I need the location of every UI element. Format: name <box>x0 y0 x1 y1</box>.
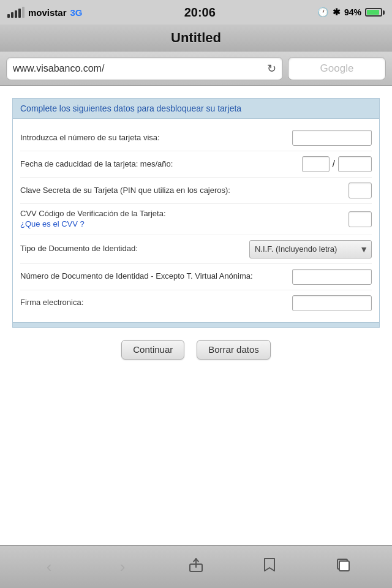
bluetooth-icon: ✱ <box>333 7 341 18</box>
input-card-number[interactable] <box>292 130 372 146</box>
input-doc-number[interactable] <box>292 269 372 285</box>
network-label: 3G <box>70 7 83 18</box>
page-title: Untitled <box>171 30 221 46</box>
label-firma: Firma electronica: <box>20 298 286 308</box>
input-pin[interactable] <box>349 183 372 198</box>
form-row-expiry: Fecha de caducidad de la tarjeta: mes/añ… <box>20 151 372 178</box>
buttons-row: Continuar Borrar datos <box>0 328 392 372</box>
continuar-button[interactable]: Continuar <box>121 340 184 360</box>
tabs-button[interactable] <box>325 552 361 582</box>
borrar-button[interactable]: Borrar datos <box>197 340 271 360</box>
forward-button[interactable]: › <box>104 552 141 582</box>
address-bar: www.visabanco.com/ ↻ Google <box>0 51 392 86</box>
url-field[interactable]: www.visabanco.com/ ↻ <box>6 57 283 80</box>
status-right: 🕐 ✱ 94% <box>317 7 385 18</box>
label-doc-number: Número de Documento de Identidad - Excep… <box>20 271 286 282</box>
share-icon <box>187 556 205 578</box>
bookmarks-button[interactable] <box>251 552 288 582</box>
back-button[interactable]: ‹ <box>31 552 67 582</box>
form-row-pin: Clave Secreta de su Tarjeta (PIN que uti… <box>20 178 372 204</box>
search-field[interactable]: Google <box>288 57 386 80</box>
form-footer <box>13 322 379 327</box>
form-row-doc-number: Número de Documento de Identidad - Excep… <box>20 264 372 290</box>
search-placeholder: Google <box>320 62 354 75</box>
url-text: www.visabanco.com/ <box>13 63 104 74</box>
input-firma[interactable] <box>292 295 372 311</box>
select-doc-type[interactable]: N.I.F. (Incluyendo letra) Pasaporte Otro… <box>249 240 372 258</box>
back-icon: ‹ <box>47 557 52 576</box>
bookmarks-icon <box>261 556 278 578</box>
select-wrapper-doc-type: N.I.F. (Incluyendo letra) Pasaporte Otro… <box>249 240 372 258</box>
date-separator: / <box>333 159 335 170</box>
refresh-icon[interactable]: ↻ <box>267 62 276 75</box>
input-month[interactable] <box>302 156 330 172</box>
bottom-toolbar: ‹ › <box>0 545 392 588</box>
tabs-icon <box>334 556 352 578</box>
forward-icon: › <box>120 557 126 576</box>
form-row-cvv: CVV Código de Verificación de la Tarjeta… <box>20 204 372 235</box>
form-container: Complete los siguientes datos para desbl… <box>12 98 380 328</box>
form-body: Introduzca el número de su tarjeta visa:… <box>13 119 379 322</box>
input-year[interactable] <box>338 156 372 172</box>
input-cvv[interactable] <box>349 211 372 227</box>
form-row-doc-type: Tipo de Documento de Identidad: N.I.F. (… <box>20 235 372 264</box>
date-group: / <box>302 156 372 172</box>
main-content: Complete los siguientes datos para desbl… <box>0 86 392 545</box>
signal-bars <box>7 7 24 18</box>
form-header: Complete los siguientes datos para desbl… <box>13 99 379 119</box>
carrier-label: movistar <box>28 7 67 18</box>
time-display: 20:06 <box>184 6 216 20</box>
status-bar: movistar 3G 20:06 🕐 ✱ 94% <box>0 0 392 24</box>
battery-indicator <box>365 8 385 17</box>
label-expiry: Fecha de caducidad de la tarjeta: mes/añ… <box>20 159 296 170</box>
form-row-card-number: Introduzca el número de su tarjeta visa: <box>20 125 372 151</box>
label-pin: Clave Secreta de su Tarjeta (PIN que uti… <box>20 186 342 196</box>
cvv-help-link[interactable]: ¿Que es el CVV ? <box>20 219 85 228</box>
label-doc-type: Tipo de Documento de Identidad: <box>20 244 243 254</box>
form-row-firma: Firma electronica: <box>20 290 372 316</box>
share-button[interactable] <box>178 552 214 582</box>
svg-rect-3 <box>339 561 349 571</box>
label-cvv: CVV Código de Verificación de la Tarjeta… <box>20 209 342 230</box>
clock-icon: 🕐 <box>317 7 329 18</box>
battery-percent: 94% <box>344 7 361 17</box>
title-bar: Untitled <box>0 24 392 51</box>
status-left: movistar 3G <box>7 7 83 18</box>
label-card-number: Introduzca el número de su tarjeta visa: <box>20 133 286 143</box>
